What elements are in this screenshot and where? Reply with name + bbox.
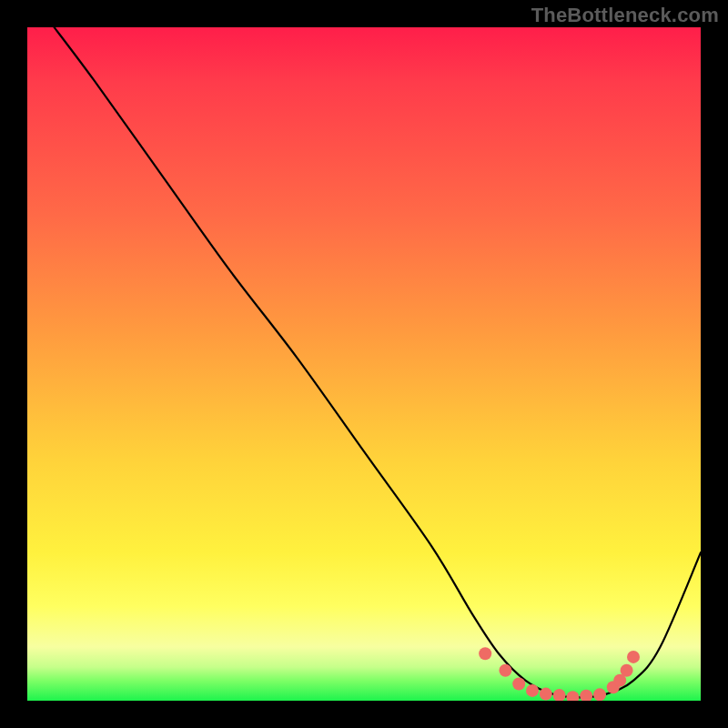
optimal-dot bbox=[566, 691, 579, 701]
watermark-text: TheBottleneck.com bbox=[531, 4, 719, 27]
plot-area bbox=[27, 27, 701, 701]
optimal-dot bbox=[526, 684, 539, 697]
chart-frame: TheBottleneck.com bbox=[0, 0, 728, 728]
optimal-dot bbox=[512, 678, 525, 691]
optimal-dot bbox=[553, 689, 566, 701]
optimal-dot bbox=[580, 690, 592, 701]
optimal-dot bbox=[479, 647, 491, 660]
optimal-dot bbox=[540, 688, 552, 701]
optimal-range-dots bbox=[27, 27, 701, 701]
optimal-dot bbox=[593, 688, 606, 701]
optimal-dot bbox=[499, 664, 511, 677]
dot-group bbox=[479, 647, 640, 701]
optimal-dot bbox=[621, 664, 633, 677]
optimal-dot bbox=[627, 651, 640, 663]
